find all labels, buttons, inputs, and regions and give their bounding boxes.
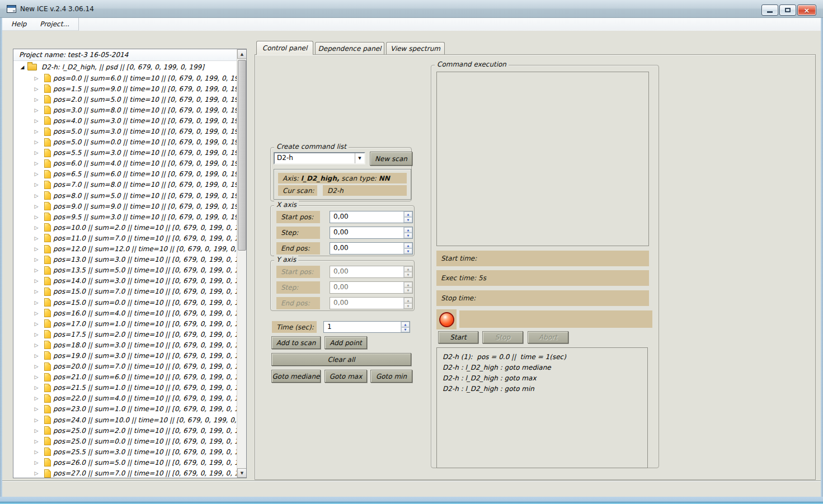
tree-item[interactable]: ▷pos=5.0 || sum=0.0 || time=10 || [0, 67…	[14, 137, 237, 148]
expand-icon[interactable]: ▷	[33, 235, 40, 241]
expand-icon[interactable]: ▷	[33, 460, 40, 465]
expand-icon[interactable]: ▷	[33, 406, 40, 412]
tree-item[interactable]: ▷pos=5.0 || sum=3.0 || time=10 || [0, 67…	[14, 126, 237, 136]
expand-icon[interactable]: ▷	[33, 97, 40, 102]
time-spinner[interactable]: 1 ▲ ▼	[323, 321, 410, 333]
spin-up-button[interactable]: ▲	[404, 266, 412, 272]
spin-value[interactable]: 0,00	[330, 243, 403, 254]
expand-icon[interactable]: ▷	[33, 289, 40, 294]
expand-icon[interactable]: ▷	[33, 257, 40, 262]
spin-down-button[interactable]: ▼	[404, 233, 412, 238]
expand-icon[interactable]: ▷	[33, 342, 40, 348]
maximize-button[interactable]	[779, 4, 796, 16]
spin-up-button[interactable]: ▲	[404, 298, 412, 303]
expand-icon[interactable]: ▷	[33, 150, 40, 156]
tree-item[interactable]: ▷pos=21.0 || sum=6.0 || time=10 || [0, 6…	[14, 372, 237, 383]
tree-item[interactable]: ▷pos=3.0 || sum=8.0 || time=10 || [0, 67…	[14, 105, 237, 115]
tree-item[interactable]: ▷pos=19.0 || sum=3.0 || time=10 || [0, 6…	[14, 350, 237, 361]
tree-item[interactable]: ▷pos=23.0 || sum=1.0 || time=10 || [0, 6…	[14, 404, 237, 414]
tree-item[interactable]: ▷pos=4.0 || sum=3.0 || time=10 || [0, 67…	[14, 115, 237, 126]
scroll-up-button[interactable]: ▲	[237, 49, 247, 59]
spin-up-button[interactable]: ▲	[404, 227, 412, 233]
tree-item[interactable]: ▷pos=25.5 || sum=3.0 || time=10 || [0, 6…	[14, 446, 237, 457]
tree-item[interactable]: ▷pos=9.0 || sum=9.0 || time=10 || [0, 67…	[14, 201, 237, 211]
tree-item[interactable]: ▷pos=25.0 || sum=0.0 || time=10 || [0, 6…	[14, 436, 237, 446]
tree-item[interactable]: ▷pos=24.0 || sum=10.0 || time=10 || [0, …	[14, 414, 237, 425]
expand-icon[interactable]: ▷	[33, 204, 40, 209]
tree-item[interactable]: ▷pos=16.0 || sum=4.0 || time=10 || [0, 6…	[14, 308, 237, 318]
expand-icon[interactable]: ▷	[33, 129, 40, 134]
tree-item[interactable]: ▷pos=6.5 || sum=6.0 || time=10 || [0, 67…	[14, 169, 237, 180]
tree-item[interactable]: ▷pos=15.0 || sum=7.0 || time=10 || [0, 6…	[14, 286, 237, 297]
menu-item-help[interactable]: Help	[4, 19, 33, 29]
spin-up-button[interactable]: ▲	[401, 322, 410, 327]
tree-item[interactable]: ▷pos=20.0 || sum=7.0 || time=10 || [0, 6…	[14, 361, 237, 372]
expand-icon[interactable]: ▷	[33, 385, 40, 390]
new-scan-button[interactable]: New scan	[370, 152, 412, 166]
tree-item[interactable]: ▷pos=8.0 || sum=5.0 || time=10 || [0, 67…	[14, 190, 237, 201]
tree-item[interactable]: ▷pos=17.0 || sum=1.0 || time=10 || [0, 6…	[14, 318, 237, 329]
tree-item[interactable]: ▷pos=13.0 || sum=3.0 || time=10 || [0, 6…	[14, 255, 237, 265]
expand-icon[interactable]: ▷	[33, 225, 40, 230]
expand-icon[interactable]: ▷	[33, 332, 40, 337]
spin-down-button[interactable]: ▼	[404, 288, 412, 293]
add-to-scan-button[interactable]: Add to scan	[271, 336, 321, 349]
spin-value[interactable]: 0,00	[330, 211, 403, 223]
add-point-button[interactable]: Add point	[325, 336, 367, 349]
scrollbar-thumb[interactable]	[238, 60, 246, 251]
expand-icon[interactable]: ▷	[33, 246, 40, 252]
tree-item[interactable]: ▷pos=25.0 || sum=2.0 || time=10 || [0, 6…	[14, 425, 237, 436]
tree-item[interactable]: ▷pos=18.0 || sum=3.0 || time=10 || [0, 6…	[14, 340, 237, 350]
spin-value[interactable]: 0,00	[330, 227, 403, 238]
expand-icon[interactable]: ▷	[33, 417, 40, 423]
expand-icon[interactable]: ▷	[33, 321, 40, 327]
expand-icon[interactable]: ▷	[33, 374, 40, 380]
tree-item[interactable]: ▷pos=9.5 || sum=3.0 || time=10 || [0, 67…	[14, 211, 237, 222]
tree-item[interactable]: ▷pos=2.0 || sum=5.0 || time=10 || [0, 67…	[14, 94, 237, 105]
spin-down-button[interactable]: ▼	[404, 303, 412, 309]
tree-item[interactable]: ▷pos=17.5 || sum=2.0 || time=10 || [0, 6…	[14, 329, 237, 340]
expand-icon[interactable]: ▷	[33, 353, 40, 359]
tree-item[interactable]: ▷pos=14.0 || sum=3.0 || time=10 || [0, 6…	[14, 276, 237, 286]
tree-item[interactable]: ▷pos=0.0 || sum=6.0 || time=10 || [0, 67…	[14, 73, 237, 83]
expand-icon[interactable]: ▷	[33, 395, 40, 401]
spin-value[interactable]: 0,00	[330, 298, 403, 309]
log-entry[interactable]: D2-h : l_D2_high : goto min	[443, 384, 647, 394]
tree-scrollbar[interactable]: ▲ ▼	[237, 49, 246, 478]
chevron-down-icon[interactable]: ▼	[355, 153, 364, 163]
log-entry[interactable]: D2-h (1): pos = 0.0 || time = 1(sec)	[443, 352, 647, 362]
goto-mediane-button[interactable]: Goto mediane	[271, 370, 321, 383]
minimize-button[interactable]	[761, 4, 778, 16]
expand-icon[interactable]: ▷	[33, 310, 40, 316]
expand-icon[interactable]: ▷	[33, 214, 40, 220]
log-entry[interactable]: D2-h : l_D2_high : goto mediane	[443, 362, 647, 373]
expand-icon[interactable]: ▷	[33, 182, 40, 187]
tree-item[interactable]: ▷pos=7.0 || sum=8.0 || time=10 || [0, 67…	[14, 180, 237, 190]
tree-item[interactable]: ▷pos=13.5 || sum=5.0 || time=10 || [0, 6…	[14, 265, 237, 276]
spinbox[interactable]: 0,00▲▼	[330, 266, 413, 278]
expand-icon[interactable]: ▷	[33, 428, 40, 434]
spin-up-button[interactable]: ▲	[404, 243, 412, 248]
tree-item[interactable]: ▷pos=12.0 || sum=12.0 || time=10 || [0, …	[14, 244, 237, 255]
expand-icon[interactable]: ▷	[33, 171, 40, 177]
spin-value[interactable]: 1	[324, 322, 401, 332]
spin-up-button[interactable]: ▲	[404, 282, 412, 288]
tab-dependence-panel[interactable]: Dependence panel	[315, 42, 384, 54]
expand-icon[interactable]: ▷	[33, 278, 40, 284]
spinbox[interactable]: 0,00▲▼	[330, 281, 413, 294]
abort-button[interactable]: Abort	[528, 331, 568, 343]
expand-icon[interactable]: ▷	[33, 470, 40, 476]
expand-icon[interactable]: ▷	[33, 300, 40, 305]
menu-item-project[interactable]: Project...	[33, 19, 76, 29]
spinbox[interactable]: 0,00▲▼	[330, 242, 413, 255]
expand-icon[interactable]: ▷	[33, 86, 40, 92]
tree-item[interactable]: ▷pos=22.0 || sum=4.0 || time=10 || [0, 6…	[14, 393, 237, 404]
tree-item-root[interactable]: ◢D2-h: l_D2_high, || psd || [0, 679, 0, …	[14, 62, 237, 73]
log-entry[interactable]: D2-h : l_D2_high : goto max	[443, 373, 647, 384]
tree-item[interactable]: ▷pos=5.5 || sum=3.0 || time=10 || [0, 67…	[14, 148, 237, 158]
expand-icon[interactable]: ▷	[33, 364, 40, 369]
spin-down-button[interactable]: ▼	[401, 327, 410, 333]
tree-item[interactable]: ▷pos=1.5 || sum=9.0 || time=10 || [0, 67…	[14, 83, 237, 94]
tree-item[interactable]: ▷pos=6.0 || sum=4.0 || time=10 || [0, 67…	[14, 158, 237, 169]
goto-min-button[interactable]: Goto min	[370, 370, 412, 383]
